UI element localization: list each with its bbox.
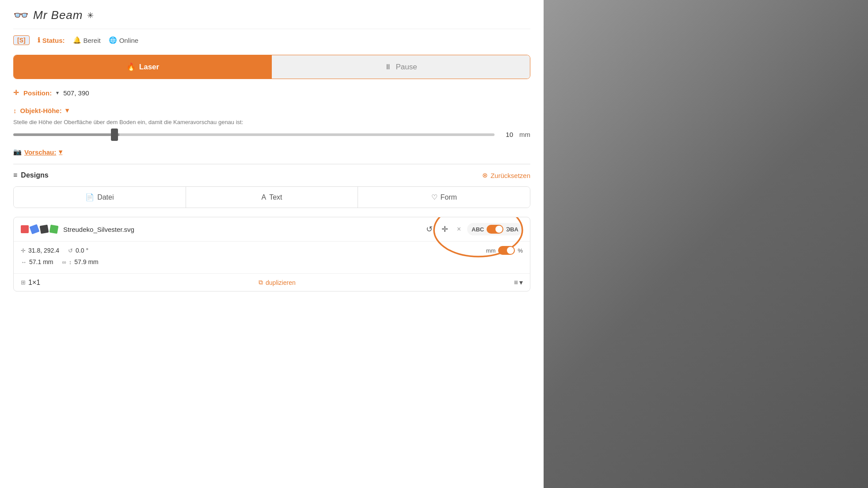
status-label: ℹ Status: [38, 36, 65, 44]
width-value: 57.1 mm [29, 258, 53, 265]
move-button[interactable]: ✛ [439, 223, 451, 236]
logo-glasses-icon: 👓 [13, 8, 29, 23]
rotation-icon: ↺ [68, 247, 73, 254]
close-button[interactable]: × [454, 223, 464, 235]
camera-view-panel [544, 0, 868, 488]
object-height-label[interactable]: ↕ Objekt-Höhe: ▾ [13, 106, 530, 114]
toggle-knob [495, 226, 503, 233]
percent-label: % [518, 247, 523, 254]
vorschau-dropdown-arrow[interactable]: ▾ [59, 148, 62, 156]
designs-list-icon: ≡ [13, 171, 17, 179]
designs-title: ≡ Designs [13, 171, 49, 179]
swatch-green [49, 225, 59, 234]
logo-spark-icon: ✳ [87, 11, 94, 20]
abc-right-label: ϿBA [506, 226, 518, 233]
abc-toggle-row: ABC ϿBA [467, 223, 523, 235]
online-icon: 🌐 [109, 36, 117, 44]
height-icon: ↕ [13, 107, 17, 114]
bereit-icon: 🔔 [73, 36, 81, 44]
detail-row-1: ✛ 31.8, 292.4 ↺ 0.0 ° mm % [21, 246, 523, 255]
second-toggle: mm % [486, 246, 523, 255]
text-icon: A [262, 193, 266, 201]
tab-text[interactable]: A Text [186, 187, 358, 208]
bottom-detail-row: ⊞ 1×1 ⧉ duplizieren ≡ ▾ [14, 273, 530, 291]
abc-toggle-switch[interactable] [487, 225, 503, 234]
swatch-red [21, 225, 29, 233]
grid-icon: ⊞ [21, 279, 26, 286]
height-arrow-icon: ↕ [69, 259, 72, 265]
width-detail: ↔ 57.1 mm [21, 258, 53, 265]
tab-datei[interactable]: 📄 Datei [14, 187, 186, 208]
tabs-row: 📄 Datei A Text ♡ Form [13, 186, 530, 208]
design-details: ✛ 31.8, 292.4 ↺ 0.0 ° mm % [14, 242, 530, 273]
pause-icon: ⏸ [385, 63, 392, 72]
slider-thumb[interactable] [111, 129, 118, 141]
form-icon: ♡ [431, 193, 438, 201]
logo: 👓 Mr Beam ✳ [13, 8, 94, 23]
height-slider[interactable] [13, 133, 495, 136]
refresh-button[interactable]: ↺ [423, 223, 435, 236]
second-toggle-switch[interactable] [498, 246, 515, 255]
rotation-value: 0.0 ° [76, 247, 88, 254]
grid-detail: ⊞ 1×1 [21, 279, 40, 287]
position-detail-icon: ✛ [21, 247, 26, 254]
pause-button[interactable]: ⏸ Pause [272, 55, 530, 79]
position-value: 507, 390 [63, 89, 89, 97]
object-height-section: ↕ Objekt-Höhe: ▾ Stelle die Höhe der Obe… [13, 106, 530, 138]
mm-label: mm [486, 247, 496, 254]
menu-icon: ≡ [514, 279, 518, 287]
menu-chevron-icon: ▾ [519, 278, 523, 287]
laser-icon: 🔥 [126, 62, 136, 72]
filename: Streudeko_Silvester.svg [63, 226, 418, 233]
second-toggle-knob [507, 247, 514, 254]
grid-value: 1×1 [28, 279, 40, 287]
abc-toggle-area: ABC ϿBA [467, 223, 523, 235]
color-swatches [21, 225, 58, 233]
status-bar: [S] ℹ Status: 🔔 Bereit 🌐 Online [13, 35, 530, 45]
camera-icon: 📷 [13, 148, 22, 156]
abc-left-label: ABC [472, 226, 484, 233]
slider-row: 10 mm [13, 131, 530, 138]
reset-icon: ⊗ [482, 171, 488, 179]
slider-value: 10 [501, 131, 513, 138]
action-buttons: 🔥 Laser ⏸ Pause [13, 55, 530, 79]
position-detail-value: 31.8, 292.4 [28, 247, 59, 254]
controls-cluster: ↺ ✛ × ABC ϿBA [423, 223, 523, 236]
position-detail: ✛ 31.8, 292.4 [21, 247, 59, 254]
position-crosshair-icon: ✛ [13, 89, 19, 97]
info-icon: ℹ [38, 36, 40, 44]
header: 👓 Mr Beam ✳ [13, 8, 530, 29]
menu-button[interactable]: ≡ ▾ [514, 278, 523, 287]
height-chain-icon: ∞ [62, 259, 66, 265]
vorschau-row[interactable]: 📷 Vorschau: ▾ [13, 148, 530, 156]
designs-header: ≡ Designs ⊗ Zurücksetzen [13, 171, 530, 179]
bereit-status: 🔔 Bereit [73, 36, 101, 44]
slider-unit: mm [519, 131, 530, 138]
height-dropdown-arrow[interactable]: ▾ [65, 106, 69, 114]
position-row: ✛ Position: ▾ 507, 390 [13, 89, 530, 97]
laser-button[interactable]: 🔥 Laser [14, 55, 272, 79]
height-detail: ∞ ↕ 57.9 mm [62, 258, 98, 265]
position-dropdown-arrow[interactable]: ▾ [56, 90, 59, 96]
detail-row-2: ↔ 57.1 mm ∞ ↕ 57.9 mm [21, 258, 523, 265]
width-icon: ↔ [21, 259, 27, 265]
swatch-dark [40, 225, 49, 234]
object-height-description: Stelle die Höhe der Oberfläche über dem … [13, 119, 530, 125]
logo-text: Mr Beam [33, 8, 83, 22]
position-label: Position: [23, 89, 52, 97]
tab-form[interactable]: ♡ Form [358, 187, 530, 208]
height-value: 57.9 mm [74, 258, 98, 265]
s-badge[interactable]: [S] [13, 35, 30, 45]
designs-section: ≡ Designs ⊗ Zurücksetzen 📄 Datei A Text [13, 164, 530, 291]
design-row: Streudeko_Silvester.svg ↺ ✛ × ABC [13, 217, 530, 291]
duplicate-icon: ⧉ [259, 279, 263, 286]
online-status: 🌐 Online [109, 36, 138, 44]
vorschau-label: Vorschau: [24, 148, 56, 156]
zuruecksetzen-button[interactable]: ⊗ Zurücksetzen [482, 171, 530, 179]
camera-overlay [544, 0, 868, 488]
duplicate-button[interactable]: ⧉ duplizieren [259, 279, 296, 286]
design-file-header: Streudeko_Silvester.svg ↺ ✛ × ABC [14, 217, 530, 242]
datei-icon: 📄 [85, 193, 94, 201]
rotation-detail: ↺ 0.0 ° [68, 247, 88, 254]
swatch-blue [29, 224, 39, 234]
